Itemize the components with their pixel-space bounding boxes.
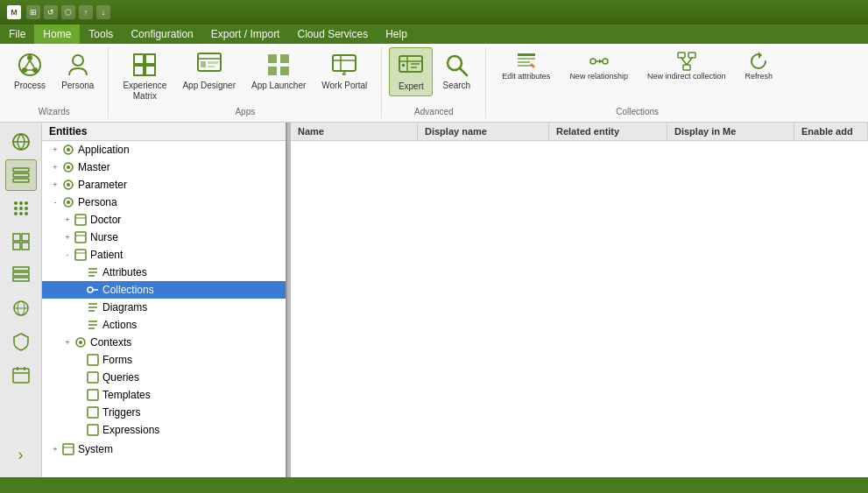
col-header-display-name[interactable]: Display name — [418, 123, 549, 140]
tree-item-nurse[interactable]: + Nurse — [42, 229, 286, 246]
menu-configuration[interactable]: Configuration — [122, 25, 201, 44]
col-header-name[interactable]: Name — [291, 123, 418, 140]
menu-cloud-services[interactable]: Cloud Services — [288, 25, 377, 44]
expand-master[interactable]: + — [49, 161, 61, 173]
actions-label: Actions — [102, 319, 137, 331]
app-designer-button[interactable]: App Designer — [175, 47, 243, 95]
tb-icon-4[interactable]: ↑ — [79, 5, 93, 19]
refresh-icon — [748, 51, 769, 72]
menu-tools[interactable]: Tools — [80, 25, 122, 44]
svg-rect-50 — [13, 168, 29, 172]
search-button[interactable]: Search — [434, 47, 478, 95]
process-button[interactable]: Process — [7, 47, 53, 95]
globe-nav-icon[interactable] — [5, 292, 37, 324]
menu-bar: File Home Tools Configuration Export / I… — [0, 25, 868, 44]
main-layout: › Entities + Application + Master + — [0, 123, 868, 477]
patient-label: Patient — [90, 249, 123, 261]
svg-rect-17 — [268, 54, 277, 63]
tb-icon-2[interactable]: ↺ — [44, 5, 58, 19]
expand-nurse[interactable]: + — [61, 231, 74, 243]
tb-icon-3[interactable]: ⬡ — [61, 5, 75, 19]
tree-item-collections[interactable]: Collections — [42, 281, 286, 299]
tree-item-queries[interactable]: Queries — [42, 369, 286, 386]
tree-item-expressions[interactable]: Expressions — [42, 421, 286, 439]
tree-item-forms[interactable]: Forms — [42, 351, 286, 369]
search-icon — [442, 51, 470, 79]
col-header-enable-add[interactable]: Enable add — [794, 123, 868, 140]
tb-icon-1[interactable]: ⊞ — [26, 5, 40, 19]
tree-panel: Entities + Application + Master + Parame… — [42, 123, 287, 477]
svg-point-38 — [590, 59, 596, 64]
persona-label: Persona — [78, 196, 117, 208]
svg-point-83 — [67, 201, 70, 204]
menu-export-import[interactable]: Export / Import — [202, 25, 289, 44]
grid-nav-icon[interactable] — [5, 226, 37, 257]
expand-application[interactable]: + — [49, 144, 61, 156]
more-nav-icon[interactable]: › — [5, 439, 37, 470]
svg-rect-86 — [75, 232, 86, 243]
shield-nav-icon[interactable] — [5, 326, 37, 357]
tree-item-triggers[interactable]: Triggers — [42, 404, 286, 421]
tree-item-patient[interactable]: - Patient — [42, 246, 286, 264]
tree-item-application[interactable]: + Application — [42, 141, 286, 158]
templates-label: Templates — [102, 389, 151, 401]
tree-nav-icon[interactable] — [5, 159, 37, 191]
entities-nav-icon[interactable] — [5, 126, 37, 158]
ribbon-group-collections: Edit attributes New relationship — [486, 47, 788, 118]
tree-header: Entities — [42, 123, 286, 141]
new-indirect-collection-button[interactable]: New indirect collection — [639, 47, 735, 84]
expressions-label: Expressions — [102, 424, 159, 436]
refresh-button[interactable]: Refresh — [736, 47, 781, 84]
tree-item-diagrams[interactable]: Diagrams — [42, 299, 286, 316]
col-header-related-entity[interactable]: Related entity — [549, 123, 667, 140]
process-icon — [16, 51, 44, 79]
expand-parameter[interactable]: + — [49, 179, 61, 191]
work-portal-button[interactable]: Work Portal — [314, 47, 374, 95]
edit-attributes-icon — [516, 51, 537, 72]
svg-point-59 — [14, 212, 18, 215]
tree-item-parameter[interactable]: + Parameter — [42, 176, 286, 194]
edit-attributes-button[interactable]: Edit attributes — [493, 47, 559, 84]
apps-group-label: Apps — [235, 105, 255, 118]
persona-button[interactable]: Persona — [54, 47, 101, 95]
triggers-icon — [86, 405, 100, 419]
expert-button[interactable]: Expert — [389, 47, 433, 96]
list-nav-icon[interactable] — [5, 259, 37, 291]
menu-home[interactable]: Home — [34, 25, 80, 44]
wizards-group-label: Wizards — [39, 105, 70, 118]
menu-file[interactable]: File — [0, 25, 34, 44]
tb-icon-5[interactable]: ↓ — [96, 5, 110, 19]
expand-patient[interactable]: - — [61, 249, 74, 261]
col-header-display-in-me[interactable]: Display in Me — [667, 123, 794, 140]
calendar-nav-icon[interactable] — [5, 359, 37, 391]
tree-item-actions[interactable]: Actions — [42, 316, 286, 334]
tree-item-contexts[interactable]: + Contexts — [42, 334, 286, 351]
tree-item-persona[interactable]: - Persona — [42, 194, 286, 211]
tree-item-doctor[interactable]: + Doctor — [42, 211, 286, 229]
tree-item-system[interactable]: + System — [42, 440, 286, 458]
svg-rect-21 — [333, 55, 356, 71]
dots-nav-icon[interactable] — [5, 193, 37, 224]
svg-rect-107 — [88, 425, 98, 435]
expand-system[interactable]: + — [49, 443, 61, 455]
new-relationship-button[interactable]: New relationship — [561, 47, 637, 84]
application-label: Application — [78, 144, 130, 156]
svg-rect-106 — [88, 407, 98, 418]
tree-item-attributes[interactable]: Attributes — [42, 264, 286, 281]
svg-line-46 — [687, 58, 692, 65]
tree-item-templates[interactable]: Templates — [42, 386, 286, 404]
menu-help[interactable]: Help — [377, 25, 416, 44]
app-launcher-button[interactable]: App Launcher — [244, 47, 313, 95]
experience-matrix-button[interactable]: ExperienceMatrix — [116, 47, 173, 105]
expert-label: Expert — [399, 81, 424, 92]
expand-doctor[interactable]: + — [61, 214, 74, 226]
svg-rect-36 — [518, 61, 530, 63]
expand-collections — [74, 284, 86, 296]
svg-point-1 — [27, 55, 32, 60]
experience-matrix-icon — [131, 51, 159, 79]
expand-contexts[interactable]: + — [61, 336, 74, 349]
tree-item-master[interactable]: + Master — [42, 158, 286, 176]
persona-label: Persona — [61, 81, 94, 91]
expand-persona[interactable]: - — [49, 196, 61, 208]
ribbon: Process Persona Wizards — [0, 44, 868, 123]
